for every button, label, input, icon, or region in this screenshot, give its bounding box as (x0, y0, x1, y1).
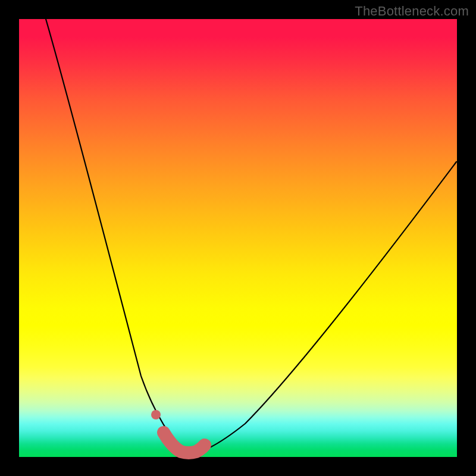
dip-entry-dot (151, 410, 161, 419)
bottleneck-curve (46, 19, 456, 453)
chart-overlay-svg (19, 19, 457, 457)
watermark-text: TheBottleneck.com (355, 4, 469, 19)
optimal-range-highlight (164, 433, 205, 453)
